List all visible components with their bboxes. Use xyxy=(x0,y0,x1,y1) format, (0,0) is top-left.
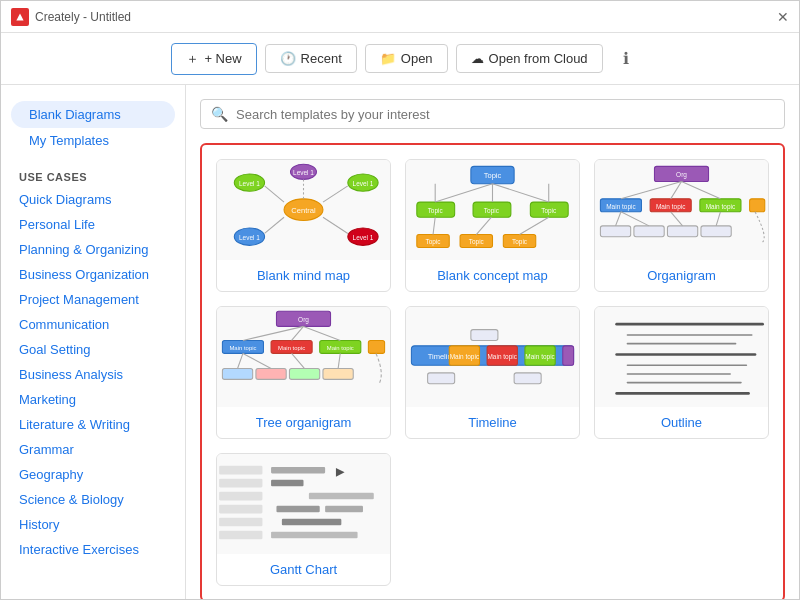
svg-rect-53 xyxy=(667,226,697,237)
app-icon xyxy=(11,8,29,26)
svg-text:Main topic: Main topic xyxy=(229,346,256,352)
svg-line-56 xyxy=(621,212,649,226)
blank-diagrams-button[interactable]: Blank Diagrams xyxy=(11,101,175,128)
svg-rect-103 xyxy=(219,518,262,527)
sidebar-link[interactable]: Project Management xyxy=(1,287,185,312)
my-templates-link[interactable]: My Templates xyxy=(11,128,175,153)
svg-text:Main topic: Main topic xyxy=(656,203,686,211)
svg-rect-100 xyxy=(219,479,262,488)
template-label-organigram: Organigram xyxy=(595,260,768,291)
svg-rect-105 xyxy=(271,467,325,473)
search-input[interactable] xyxy=(236,107,774,122)
svg-rect-106 xyxy=(271,480,303,486)
template-preview-blank-concept-map: Topic Topic Topic Topic Topic Topic Topi… xyxy=(406,160,579,260)
svg-text:Level 1: Level 1 xyxy=(239,234,260,241)
recent-button[interactable]: 🕐 Recent xyxy=(265,44,357,73)
open-cloud-label: Open from Cloud xyxy=(489,51,588,66)
content-area: 🔍 Central Level 1 Level 1 Level 1 Level … xyxy=(186,85,799,599)
svg-rect-67 xyxy=(368,341,384,354)
svg-rect-74 xyxy=(323,369,353,380)
title-bar-left: Creately - Untitled xyxy=(11,8,131,26)
template-label-timeline: Timeline xyxy=(406,407,579,438)
svg-rect-72 xyxy=(256,369,286,380)
svg-rect-110 xyxy=(325,506,363,512)
template-label-gantt-chart: Gantt Chart xyxy=(217,554,390,585)
svg-rect-104 xyxy=(219,531,262,540)
svg-line-4 xyxy=(265,186,284,202)
svg-rect-54 xyxy=(701,226,731,237)
svg-text:Level 1: Level 1 xyxy=(239,180,260,187)
svg-text:Main topic: Main topic xyxy=(525,353,555,361)
template-preview-timeline: Timeline Main topic Main topic Main topi… xyxy=(406,307,579,407)
svg-rect-109 xyxy=(276,506,319,512)
svg-rect-90 xyxy=(514,373,541,384)
info-button[interactable]: ℹ xyxy=(623,49,629,68)
svg-line-36 xyxy=(433,218,435,235)
sidebar-link[interactable]: Business Analysis xyxy=(1,362,185,387)
svg-rect-89 xyxy=(471,330,498,341)
svg-text:Topic: Topic xyxy=(469,239,485,247)
sidebar-link[interactable]: Geography xyxy=(1,462,185,487)
svg-line-38 xyxy=(520,218,549,235)
template-card-blank-concept-map[interactable]: Topic Topic Topic Topic Topic Topic Topi… xyxy=(405,159,580,292)
search-bar: 🔍 xyxy=(200,99,785,129)
svg-rect-73 xyxy=(289,369,319,380)
svg-rect-52 xyxy=(634,226,664,237)
sidebar-link[interactable]: History xyxy=(1,512,185,537)
template-card-gantt-chart[interactable]: Gantt Chart xyxy=(216,453,391,586)
svg-line-78 xyxy=(338,354,340,369)
title-bar: Creately - Untitled ✕ xyxy=(1,1,799,33)
sidebar-link[interactable]: Communication xyxy=(1,312,185,337)
new-label: + New xyxy=(204,51,241,66)
svg-rect-71 xyxy=(222,369,252,380)
sidebar-link[interactable]: Marketing xyxy=(1,387,185,412)
template-preview-outline xyxy=(595,307,768,407)
sidebar-link[interactable]: Science & Biology xyxy=(1,487,185,512)
open-cloud-button[interactable]: ☁ Open from Cloud xyxy=(456,44,603,73)
svg-line-57 xyxy=(671,212,683,226)
open-button[interactable]: 📁 Open xyxy=(365,44,448,73)
template-preview-organigram: Org Main topic Main topic Main topic xyxy=(595,160,768,260)
new-button[interactable]: ＋ + New xyxy=(171,43,256,75)
svg-text:Topic: Topic xyxy=(428,207,444,215)
template-preview-tree-organigram: Org Main topic Main topic Main topic xyxy=(217,307,390,407)
sidebar-link[interactable]: Literature & Writing xyxy=(1,412,185,437)
sidebar-link[interactable]: Quick Diagrams xyxy=(1,187,185,212)
sidebar-link[interactable]: Goal Setting xyxy=(1,337,185,362)
svg-text:Main topic: Main topic xyxy=(450,353,480,361)
svg-line-70 xyxy=(304,327,341,341)
template-card-tree-organigram[interactable]: Org Main topic Main topic Main topic Tre… xyxy=(216,306,391,439)
sidebar-link[interactable]: Grammar xyxy=(1,437,185,462)
svg-rect-108 xyxy=(309,493,374,499)
sidebar-link[interactable]: Planning & Organizing xyxy=(1,237,185,262)
svg-text:Level 1: Level 1 xyxy=(293,169,314,176)
template-card-blank-mind-map[interactable]: Central Level 1 Level 1 Level 1 Level 1 … xyxy=(216,159,391,292)
svg-text:Org: Org xyxy=(676,172,687,180)
sidebar-link[interactable]: Business Organization xyxy=(1,262,185,287)
templates-grid: Central Level 1 Level 1 Level 1 Level 1 … xyxy=(216,159,769,586)
new-icon: ＋ xyxy=(186,50,199,68)
template-label-blank-mind-map: Blank mind map xyxy=(217,260,390,291)
svg-rect-99 xyxy=(219,466,262,475)
svg-text:Main topic: Main topic xyxy=(706,203,736,211)
svg-rect-111 xyxy=(282,519,341,525)
sidebar-links-container: Quick DiagramsPersonal LifePlanning & Or… xyxy=(1,187,185,562)
sidebar-link[interactable]: Personal Life xyxy=(1,212,185,237)
svg-text:Main topic: Main topic xyxy=(487,353,517,361)
close-button[interactable]: ✕ xyxy=(777,9,789,25)
svg-text:Topic: Topic xyxy=(541,207,557,215)
open-label: Open xyxy=(401,51,433,66)
sidebar: Blank Diagrams My Templates USE CASES Qu… xyxy=(1,85,186,599)
svg-text:Main topic: Main topic xyxy=(606,203,636,211)
svg-line-55 xyxy=(616,212,621,226)
template-card-organigram[interactable]: Org Main topic Main topic Main topic Org… xyxy=(594,159,769,292)
svg-line-50 xyxy=(682,182,721,199)
template-card-timeline[interactable]: Timeline Main topic Main topic Main topi… xyxy=(405,306,580,439)
svg-text:Level 1: Level 1 xyxy=(353,180,374,187)
svg-marker-107 xyxy=(336,468,345,477)
sidebar-link[interactable]: Interactive Exercises xyxy=(1,537,185,562)
svg-line-29 xyxy=(493,184,549,202)
search-icon: 🔍 xyxy=(211,106,228,122)
template-label-outline: Outline xyxy=(595,407,768,438)
template-card-outline[interactable]: Outline xyxy=(594,306,769,439)
